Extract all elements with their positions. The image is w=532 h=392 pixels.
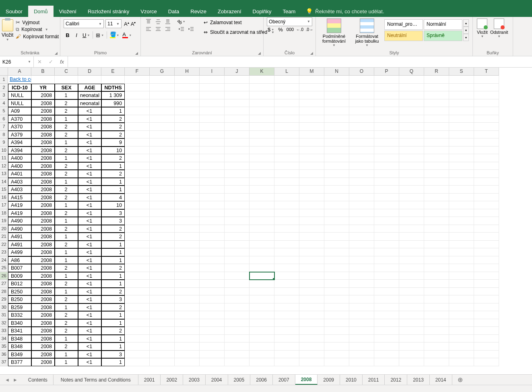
cell[interactable] [250, 146, 274, 155]
cell[interactable]: 2 [55, 186, 78, 194]
cell[interactable] [474, 280, 499, 288]
col-header-B[interactable]: B [31, 68, 55, 76]
cell[interactable] [449, 217, 474, 225]
cell[interactable] [449, 115, 474, 123]
row-header[interactable]: 18 [0, 209, 8, 217]
cell[interactable] [175, 303, 200, 312]
cell[interactable] [424, 201, 449, 209]
cell[interactable] [175, 280, 200, 288]
cell[interactable]: 1 [55, 233, 78, 241]
cell[interactable] [449, 162, 474, 170]
cell[interactable] [324, 186, 349, 194]
sheet-nav-prev-button[interactable]: ◄ [5, 377, 10, 383]
cell[interactable] [449, 186, 474, 194]
cell[interactable] [374, 241, 399, 249]
cell[interactable] [150, 201, 175, 209]
cell[interactable] [175, 107, 200, 115]
cell[interactable] [374, 186, 399, 194]
gallery-down-button[interactable]: ▾ [463, 27, 469, 34]
cell[interactable]: <1 [78, 170, 101, 178]
cell[interactable]: 2 [55, 319, 78, 327]
col-header-H[interactable]: H [175, 68, 200, 76]
cell[interactable] [274, 295, 299, 303]
cell[interactable] [274, 123, 299, 131]
cell[interactable] [349, 351, 374, 359]
cell[interactable]: 2008 [31, 194, 55, 202]
cell[interactable] [274, 194, 299, 202]
col-header-A[interactable]: A [8, 68, 31, 76]
menu-tab-soubor[interactable]: Soubor [0, 6, 28, 17]
cell[interactable] [324, 248, 349, 256]
cell[interactable] [175, 201, 200, 209]
cell[interactable] [175, 233, 200, 241]
row-header[interactable]: 15 [0, 186, 8, 194]
cell[interactable] [125, 91, 150, 99]
cell[interactable]: 2 [55, 170, 78, 178]
cell[interactable] [374, 335, 399, 343]
cell[interactable] [299, 303, 324, 312]
cell[interactable]: 2008 [31, 288, 55, 296]
row-header[interactable]: 1 [0, 76, 8, 84]
cell[interactable]: 2 [55, 311, 78, 319]
cell[interactable] [449, 201, 474, 209]
row-header[interactable]: 27 [0, 280, 8, 288]
cell[interactable] [374, 84, 399, 92]
cell[interactable] [299, 272, 324, 280]
cell[interactable] [324, 295, 349, 303]
cell[interactable] [449, 123, 474, 131]
cell[interactable] [150, 319, 175, 327]
cell[interactable] [349, 170, 374, 178]
cell[interactable] [474, 295, 499, 303]
cell[interactable] [299, 178, 324, 186]
cell[interactable]: 1 [55, 256, 78, 264]
cell[interactable] [474, 248, 499, 256]
cell[interactable]: 2 [55, 131, 78, 139]
cell[interactable] [150, 358, 175, 366]
cell[interactable]: A379 [8, 131, 31, 139]
cell[interactable]: A09 [8, 107, 31, 115]
cell[interactable]: <1 [78, 209, 101, 217]
cell[interactable] [399, 335, 424, 343]
align-left-button[interactable] [144, 25, 153, 34]
cell[interactable] [324, 311, 349, 319]
col-header-N[interactable]: N [324, 68, 349, 76]
cell[interactable] [299, 138, 324, 146]
cell[interactable]: <1 [78, 154, 101, 162]
cell[interactable] [449, 99, 474, 107]
cell[interactable] [299, 154, 324, 162]
cell[interactable]: 1 [101, 272, 125, 280]
confirm-formula-button[interactable]: ✓ [45, 59, 56, 65]
cell[interactable] [399, 209, 424, 217]
cell[interactable] [449, 327, 474, 335]
cell[interactable] [299, 209, 324, 217]
row-header[interactable]: 5 [0, 107, 8, 115]
cell[interactable] [274, 201, 299, 209]
cell[interactable]: 1 [101, 280, 125, 288]
cell[interactable]: 2 [55, 225, 78, 233]
cell[interactable] [324, 131, 349, 139]
cell[interactable] [374, 131, 399, 139]
cell[interactable] [349, 256, 374, 264]
cell[interactable] [449, 319, 474, 327]
cell[interactable]: A400 [8, 154, 31, 162]
cell[interactable]: B007 [8, 264, 31, 272]
row-header[interactable]: 34 [0, 335, 8, 343]
cell[interactable] [424, 295, 449, 303]
cell[interactable] [225, 84, 250, 92]
cell[interactable]: Back to contents [8, 76, 31, 84]
cell[interactable]: 2 [101, 327, 125, 335]
cell[interactable] [274, 162, 299, 170]
cell[interactable] [150, 170, 175, 178]
cell[interactable] [150, 295, 175, 303]
cell[interactable] [449, 358, 474, 366]
col-header-O[interactable]: O [349, 68, 374, 76]
cell[interactable] [175, 319, 200, 327]
cell[interactable] [399, 241, 424, 249]
cell[interactable] [125, 131, 150, 139]
cell[interactable] [324, 107, 349, 115]
cell[interactable] [449, 264, 474, 272]
cell[interactable] [225, 209, 250, 217]
cell[interactable]: <1 [78, 335, 101, 343]
cell[interactable] [150, 209, 175, 217]
menu-tab-vložení[interactable]: Vložení [54, 6, 82, 17]
